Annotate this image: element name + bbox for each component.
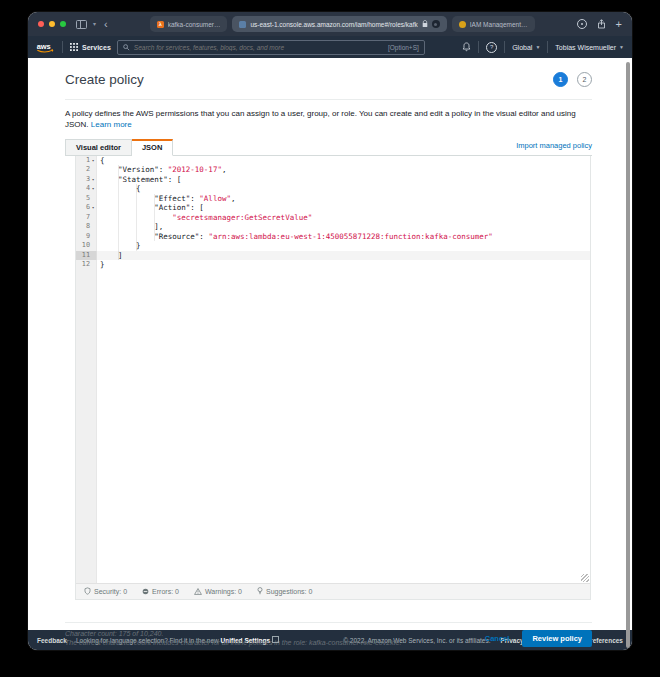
code-text: { [96, 156, 105, 166]
back-icon[interactable]: ‹ [104, 19, 108, 30]
account-label: Tobias Wisemueller [555, 44, 616, 51]
status-warnings: Warnings: 0 [194, 588, 242, 595]
line-number-text: 12 [82, 260, 90, 270]
external-link-icon [272, 636, 279, 643]
line-number-text: 7 [86, 213, 90, 223]
page-title: Create policy [65, 72, 144, 87]
tab-visual-editor[interactable]: Visual editor [65, 139, 132, 156]
extension-badge-icon[interactable] [432, 20, 440, 28]
aws-logo[interactable]: aws [36, 41, 55, 54]
help-icon[interactable]: ? [486, 42, 497, 53]
console-favicon [239, 21, 246, 28]
line-number: 9 [76, 232, 96, 242]
code-line[interactable]: 11 ] [76, 251, 590, 261]
code-line[interactable]: 8 ], [76, 222, 590, 232]
close-window-button[interactable] [38, 21, 44, 27]
page-scrollbar[interactable] [626, 62, 630, 648]
minimize-window-button[interactable] [49, 21, 55, 27]
browser-tab[interactable]: λkafka-consumer… [150, 16, 228, 32]
code-text: } [96, 260, 105, 270]
line-number: 6▾ [76, 203, 96, 213]
code-text: { [96, 184, 141, 194]
bell-icon[interactable] [462, 42, 471, 52]
code-line[interactable]: 9 "Resource": "arn:aws:lambda:eu-west-1:… [76, 232, 590, 242]
search-input[interactable] [134, 44, 384, 51]
step-circle: 2 [577, 72, 592, 87]
browser-tab-label: us-east-1.console.aws.amazon.com/iam/hom… [250, 21, 417, 28]
browser-settings-icon[interactable] [577, 19, 587, 29]
error-icon [142, 588, 149, 595]
page-content: Create policy 12 A policy defines the AW… [28, 58, 632, 630]
lock-icon [422, 20, 428, 29]
zoom-window-button[interactable] [60, 21, 66, 27]
status-errors: Errors: 0 [142, 588, 179, 595]
line-number: 5 [76, 194, 96, 204]
iam-favicon [459, 21, 466, 28]
new-tab-icon[interactable]: + [616, 19, 622, 29]
line-number: 10 [76, 241, 96, 251]
line-number-text: 2 [86, 165, 90, 175]
code-line[interactable]: 1▾{ [76, 156, 590, 166]
tab-json[interactable]: JSON [132, 139, 173, 156]
status-security: Security: 0 [84, 587, 127, 595]
share-icon[interactable] [597, 19, 606, 29]
editor-status-bar: Security: 0Errors: 0Warnings: 0Suggestio… [76, 583, 590, 599]
line-number-text: 11 [82, 251, 90, 261]
code-line[interactable]: 4▾ { [76, 184, 590, 194]
grid-icon [70, 43, 78, 51]
sidebar-icon[interactable] [76, 20, 87, 29]
warning-icon [194, 588, 202, 595]
code-line[interactable]: 7 "secretsmanager:GetSecretValue" [76, 213, 590, 223]
feedback-link[interactable]: Feedback [37, 637, 67, 644]
suggestion-icon [257, 587, 263, 595]
line-number: 11 [76, 251, 96, 261]
code-text: } [96, 241, 141, 251]
review-policy-button[interactable]: Review policy [522, 630, 592, 647]
code-text: ] [96, 251, 123, 261]
editor-resize-handle[interactable] [581, 574, 589, 582]
browser-tab[interactable]: IAM Management… [452, 16, 535, 32]
caret-down-icon: ▼ [619, 44, 624, 50]
code-line[interactable]: 12} [76, 260, 590, 270]
status-label: Warnings: 0 [205, 588, 242, 595]
traffic-lights [38, 21, 66, 27]
browser-chrome: ▾ ‹ λkafka-consumer…us-east-1.console.aw… [28, 12, 632, 36]
line-number: 1▾ [76, 156, 96, 166]
line-number: 3▾ [76, 175, 96, 185]
browser-tab-label: kafka-consumer… [168, 21, 221, 28]
code-line[interactable]: 6▾ "Action": [ [76, 203, 590, 213]
character-count-note: The current character count includes cha… [65, 638, 401, 648]
json-policy-editor[interactable]: 1▾{2 "Version": "2012-10-17",3▾ "Stateme… [75, 156, 591, 600]
learn-more-link[interactable]: Learn more [91, 120, 132, 129]
status-label: Suggestions: 0 [266, 588, 312, 595]
account-menu[interactable]: Tobias Wisemueller ▼ [555, 44, 624, 51]
chevron-down-icon[interactable]: ▾ [93, 21, 96, 27]
code-area[interactable]: 1▾{2 "Version": "2012-10-17",3▾ "Stateme… [76, 156, 590, 583]
step-indicator: 12 [553, 72, 592, 87]
services-menu[interactable]: Services [70, 43, 111, 51]
region-selector[interactable]: Global ▼ [512, 44, 540, 51]
code-line[interactable]: 10 } [76, 241, 590, 251]
import-managed-policy-link[interactable]: Import managed policy [516, 141, 592, 153]
code-text: "Effect": "Allow", [96, 194, 235, 204]
code-line[interactable]: 2 "Version": "2012-10-17", [76, 165, 590, 175]
browser-tab[interactable]: us-east-1.console.aws.amazon.com/iam/hom… [232, 16, 446, 32]
line-number: 4▾ [76, 184, 96, 194]
code-line[interactable]: 5 "Effect": "Allow", [76, 194, 590, 204]
line-number: 8 [76, 222, 96, 232]
page-description: A policy defines the AWS permissions tha… [65, 109, 592, 131]
caret-down-icon: ▼ [535, 44, 540, 50]
cancel-button[interactable]: Cancel [485, 634, 510, 643]
line-number: 2 [76, 165, 96, 175]
status-suggestions: Suggestions: 0 [257, 587, 312, 595]
code-line[interactable]: 3▾ "Statement": [ [76, 175, 590, 185]
aws-logo-text: aws [37, 41, 51, 50]
code-text: "secretsmanager:GetSecretValue" [96, 213, 312, 223]
browser-window: ▾ ‹ λkafka-consumer…us-east-1.console.aw… [28, 12, 632, 650]
code-text: "Action": [ [96, 203, 204, 213]
line-number: 7 [76, 213, 96, 223]
bottom-action-bar: Character count: 175 of 10,240. The curr… [65, 622, 592, 649]
status-label: Errors: 0 [152, 588, 179, 595]
editor-tabs: Visual editorJSONImport managed policy [65, 139, 592, 156]
search-box[interactable]: [Option+S] [117, 40, 425, 55]
